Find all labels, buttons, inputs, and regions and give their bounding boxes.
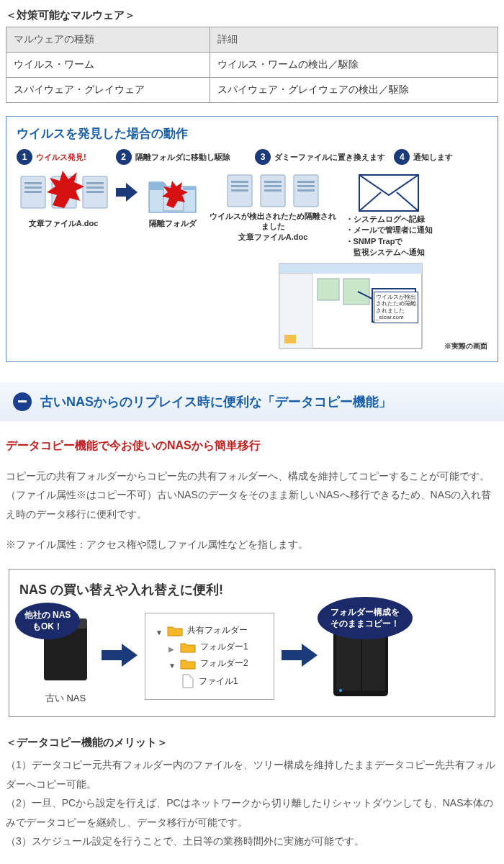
badge-other-vendor: 他社の NASもOK！ [15,603,80,639]
merits-title: ＜データコピー機能のメリット＞ [6,736,498,750]
folder-root: 共有フォルダー [156,622,264,639]
virus-box-title: ウイルスを発見した場合の動作 [17,125,487,142]
notify-item: ・SNMP Trapで [346,236,433,247]
body-p1: コピー元の共有フォルダーからコピー先の共有フォルダーへ、構成を維持してコピーする… [6,467,498,524]
badge-copy-structure: フォルダー構成をそのままコピー！ [318,597,413,639]
file-icons [225,171,321,211]
td-detail: ウイルス・ワームの検出／駆除 [210,53,498,78]
folder-caption: 隔離フォルダ [149,218,197,229]
svg-rect-3 [24,182,42,184]
svg-rect-26 [297,189,315,192]
notify-list: ・システムログへ記録 ・メールで管理者に通知 ・SNMP Trapで 監視システ… [346,214,433,258]
svg-rect-32 [343,279,369,305]
td-type: ウイルス・ワーム [6,53,210,78]
arrow-icon [280,643,319,670]
th-type: マルウェアの種類 [6,27,210,53]
step-number-icon: 2 [116,149,132,165]
new-nas-illustration: フォルダー構成をそのままコピー！ [325,610,397,703]
old-nas-illustration: 他社の NASもOK！ 古い NAS [37,608,94,705]
notify-item: ・メールで管理者に通知 [346,225,433,235]
svg-point-42 [339,689,342,692]
chevron-down-icon [156,627,163,634]
nas-diagram-box: NAS の買い替えや入れ替えに便利! 他社の NASもOK！ 古い NAS 共有… [9,569,495,717]
collapse-title: 古いNASからのリプレイス時に便利な「データコピー機能」 [40,393,392,410]
merit-item: （3）スケジュール設定を行うことで、土日等の業務時間外に実施が可能です。 [6,832,498,851]
step-label: 通知します [413,152,453,163]
step-3: 3 ダミーファイルに置き換えます [255,149,388,165]
actual-screen-preview: ウイルスが検出されたため隔離されました _eicar.com [279,263,423,351]
dummy-replacement-illustration: ウイルスが検出されたため隔離されました 文章ファイルA.doc [208,171,338,242]
folder-icon [180,642,196,653]
svg-rect-9 [86,182,104,184]
merit-item: （2）一旦、PCから設定を行えば、PCはネットワークから切り離したりシャットダウ… [6,793,498,832]
merit-item: （1）データコピー元共有フォルダー内のファイルを、ツリー構成を維持したままデータ… [6,755,498,793]
svg-rect-24 [297,181,315,183]
virus-action-box: ウイルスを発見した場合の動作 1 ウイルス発見! 2 隔離フォルダに移動し駆除 … [6,116,498,362]
folder-label: フォルダー2 [200,657,248,670]
step-label: ウイルス発見! [36,152,86,163]
folder-icon [145,171,201,218]
folder-icon [180,658,196,670]
step-number-icon: 3 [255,149,271,165]
dummy-caption-2: 文章ファイルA.doc [208,232,338,242]
svg-rect-25 [297,185,315,187]
table-row: スパイウェア・グレイウェア スパイウェア・グレイウェアの検出／駆除 [6,78,498,103]
svg-rect-20 [231,189,248,192]
infected-file-illustration: 文章ファイルA.doc [17,171,110,229]
minus-icon [13,392,32,411]
svg-rect-31 [318,279,339,300]
folder-label: フォルダー1 [200,641,248,653]
body-p2: ※ファイル属性：アクセス権や隠しファイル属性などを指します。 [6,535,498,554]
malware-table-title: ＜対策可能なマルウェア＞ [6,9,498,22]
arrow-icon [114,171,138,214]
svg-rect-5 [24,191,42,193]
svg-rect-21 [264,181,282,183]
section-subheading: データコピー機能で今お使いのNASから簡単移行 [0,438,504,454]
malware-table: マルウェアの種類 詳細 ウイルス・ワーム ウイルス・ワームの検出／駆除 スパイウ… [6,27,498,103]
collapse-header[interactable]: 古いNASからのリプレイス時に便利な「データコピー機能」 [0,382,504,421]
th-detail: 詳細 [210,27,498,53]
file-caption: 文章ファイルA.doc [29,218,99,229]
arrow-icon [100,643,139,670]
svg-rect-4 [24,186,42,189]
step-number-icon: 4 [394,149,410,165]
folder-1: フォルダー1 [156,639,264,655]
body-text: コピー元の共有フォルダーからコピー先の共有フォルダーへ、構成を維持してコピーする… [0,467,504,554]
folder-2: フォルダー2 [156,655,264,672]
svg-rect-23 [264,189,282,192]
diagram-title: NAS の買い替えや入れ替えに便利! [19,581,485,598]
folder-label: 共有フォルダー [187,624,248,636]
file-1: ファイル1 [156,672,264,690]
svg-rect-22 [264,185,282,187]
td-type: スパイウェア・グレイウェア [6,78,210,103]
notify-item: ・システムログへ記録 [346,214,433,225]
file-icons [17,171,110,218]
file-label: ファイル1 [199,675,238,688]
folder-structure-panel: 共有フォルダー フォルダー1 フォルダー2 ファイル1 [145,613,274,700]
notify-illustration: ・システムログへ記録 ・メールで管理者に通知 ・SNMP Trapで 監視システ… [342,171,436,258]
svg-rect-19 [231,185,248,187]
svg-rect-33 [284,335,296,343]
svg-rect-11 [86,191,104,193]
old-nas-label: 古い NAS [45,692,86,705]
quarantine-folder-illustration: 隔離フォルダ [142,171,204,229]
step-label: 隔離フォルダに移動し駆除 [135,152,230,163]
dummy-caption-1: ウイルスが検出されたため隔離されました [208,211,338,232]
table-row: ウイルス・ワーム ウイルス・ワームの検出／駆除 [6,53,498,78]
screenshot-caption: ※実際の画面 [430,341,487,351]
svg-rect-18 [231,181,248,183]
step-label: ダミーファイルに置き換えます [274,152,385,163]
folder-icon [167,625,183,636]
chevron-right-icon [168,644,176,651]
file-icon [181,674,194,688]
chevron-down-icon [168,660,176,667]
step-4: 4 通知します [394,149,487,165]
step-2: 2 隔離フォルダに移動し駆除 [116,149,249,165]
notify-item: 監視システムへ通知 [346,247,433,258]
footnotes: ※2回目以降のコピーは、差分バックアップとフルバックアップを選択することが可能で… [0,851,504,864]
svg-rect-10 [86,186,104,189]
merits-body: （1）データコピー元共有フォルダー内のファイルを、ツリー構成を維持したままデータ… [0,755,504,851]
envelope-icon [356,171,421,214]
svg-rect-29 [279,264,422,274]
td-detail: スパイウェア・グレイウェアの検出／駆除 [210,78,498,103]
